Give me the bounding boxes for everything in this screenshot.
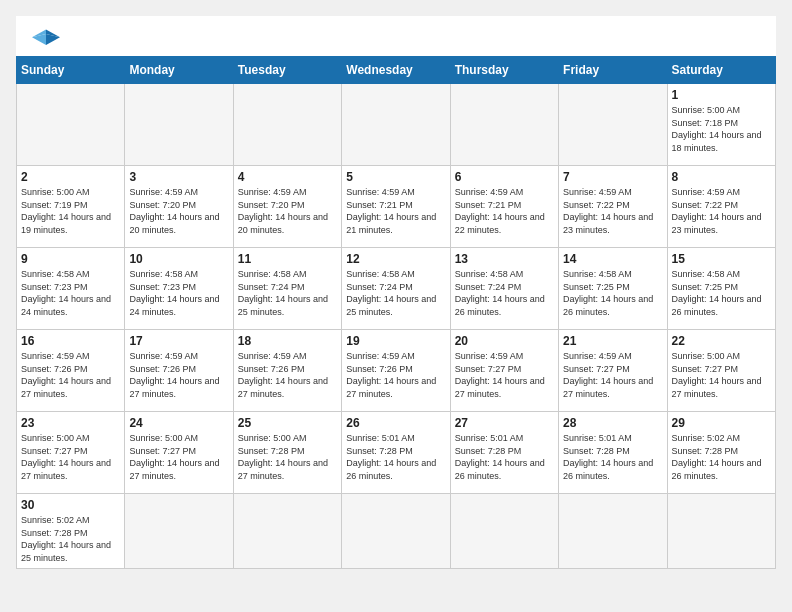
daylight-text: Daylight: 14 hours and 18 minutes. (672, 130, 762, 153)
sunset-text: Sunset: 7:27 PM (455, 364, 522, 374)
daylight-text: Daylight: 14 hours and 19 minutes. (21, 212, 111, 235)
day-number: 7 (563, 170, 662, 184)
sunrise-text: Sunrise: 5:01 AM (563, 433, 632, 443)
day-number: 14 (563, 252, 662, 266)
daylight-text: Daylight: 14 hours and 26 minutes. (346, 458, 436, 481)
sunset-text: Sunset: 7:21 PM (346, 200, 413, 210)
day-info: Sunrise: 5:01 AMSunset: 7:28 PMDaylight:… (455, 432, 554, 482)
sunrise-text: Sunrise: 4:59 AM (238, 187, 307, 197)
daylight-text: Daylight: 14 hours and 27 minutes. (563, 376, 653, 399)
day-info: Sunrise: 4:58 AMSunset: 7:23 PMDaylight:… (21, 268, 120, 318)
day-info: Sunrise: 4:59 AMSunset: 7:21 PMDaylight:… (346, 186, 445, 236)
sunrise-text: Sunrise: 4:59 AM (238, 351, 307, 361)
weekday-header-wednesday: Wednesday (342, 57, 450, 84)
sunrise-text: Sunrise: 5:00 AM (129, 433, 198, 443)
calendar-cell: 27Sunrise: 5:01 AMSunset: 7:28 PMDayligh… (450, 412, 558, 494)
weekday-header-saturday: Saturday (667, 57, 775, 84)
calendar-cell: 29Sunrise: 5:02 AMSunset: 7:28 PMDayligh… (667, 412, 775, 494)
day-info: Sunrise: 4:59 AMSunset: 7:20 PMDaylight:… (238, 186, 337, 236)
day-number: 16 (21, 334, 120, 348)
calendar-cell: 24Sunrise: 5:00 AMSunset: 7:27 PMDayligh… (125, 412, 233, 494)
daylight-text: Daylight: 14 hours and 27 minutes. (238, 458, 328, 481)
day-number: 20 (455, 334, 554, 348)
sunset-text: Sunset: 7:20 PM (238, 200, 305, 210)
sunrise-text: Sunrise: 4:58 AM (129, 269, 198, 279)
day-number: 26 (346, 416, 445, 430)
daylight-text: Daylight: 14 hours and 27 minutes. (129, 376, 219, 399)
weekday-header-thursday: Thursday (450, 57, 558, 84)
daylight-text: Daylight: 14 hours and 25 minutes. (346, 294, 436, 317)
calendar-cell (450, 84, 558, 166)
calendar-cell (450, 494, 558, 569)
sunset-text: Sunset: 7:27 PM (672, 364, 739, 374)
daylight-text: Daylight: 14 hours and 27 minutes. (346, 376, 436, 399)
day-info: Sunrise: 4:58 AMSunset: 7:25 PMDaylight:… (672, 268, 771, 318)
day-info: Sunrise: 5:02 AMSunset: 7:28 PMDaylight:… (21, 514, 120, 564)
sunset-text: Sunset: 7:28 PM (455, 446, 522, 456)
sunset-text: Sunset: 7:28 PM (563, 446, 630, 456)
sunrise-text: Sunrise: 5:00 AM (21, 433, 90, 443)
day-number: 23 (21, 416, 120, 430)
calendar-cell (667, 494, 775, 569)
daylight-text: Daylight: 14 hours and 27 minutes. (238, 376, 328, 399)
day-info: Sunrise: 5:00 AMSunset: 7:19 PMDaylight:… (21, 186, 120, 236)
calendar-cell: 12Sunrise: 4:58 AMSunset: 7:24 PMDayligh… (342, 248, 450, 330)
calendar-cell: 8Sunrise: 4:59 AMSunset: 7:22 PMDaylight… (667, 166, 775, 248)
calendar-cell: 18Sunrise: 4:59 AMSunset: 7:26 PMDayligh… (233, 330, 341, 412)
daylight-text: Daylight: 14 hours and 20 minutes. (238, 212, 328, 235)
day-info: Sunrise: 4:58 AMSunset: 7:25 PMDaylight:… (563, 268, 662, 318)
weekday-header-row: SundayMondayTuesdayWednesdayThursdayFrid… (17, 57, 776, 84)
calendar-cell: 14Sunrise: 4:58 AMSunset: 7:25 PMDayligh… (559, 248, 667, 330)
sunrise-text: Sunrise: 4:58 AM (672, 269, 741, 279)
calendar-cell (342, 494, 450, 569)
sunset-text: Sunset: 7:28 PM (21, 528, 88, 538)
day-info: Sunrise: 5:00 AMSunset: 7:28 PMDaylight:… (238, 432, 337, 482)
calendar-cell: 16Sunrise: 4:59 AMSunset: 7:26 PMDayligh… (17, 330, 125, 412)
day-info: Sunrise: 5:01 AMSunset: 7:28 PMDaylight:… (346, 432, 445, 482)
calendar-cell (559, 84, 667, 166)
daylight-text: Daylight: 14 hours and 27 minutes. (129, 458, 219, 481)
day-number: 4 (238, 170, 337, 184)
sunrise-text: Sunrise: 4:59 AM (129, 187, 198, 197)
sunrise-text: Sunrise: 5:02 AM (21, 515, 90, 525)
sunrise-text: Sunrise: 4:59 AM (346, 351, 415, 361)
daylight-text: Daylight: 14 hours and 26 minutes. (563, 294, 653, 317)
sunset-text: Sunset: 7:24 PM (455, 282, 522, 292)
sunrise-text: Sunrise: 4:58 AM (346, 269, 415, 279)
calendar-cell: 23Sunrise: 5:00 AMSunset: 7:27 PMDayligh… (17, 412, 125, 494)
day-info: Sunrise: 5:02 AMSunset: 7:28 PMDaylight:… (672, 432, 771, 482)
sunrise-text: Sunrise: 4:59 AM (455, 187, 524, 197)
daylight-text: Daylight: 14 hours and 25 minutes. (21, 540, 111, 563)
daylight-text: Daylight: 14 hours and 20 minutes. (129, 212, 219, 235)
day-number: 9 (21, 252, 120, 266)
calendar-week-row: 2Sunrise: 5:00 AMSunset: 7:19 PMDaylight… (17, 166, 776, 248)
sunrise-text: Sunrise: 4:59 AM (21, 351, 90, 361)
calendar-header (16, 16, 776, 56)
day-number: 2 (21, 170, 120, 184)
sunset-text: Sunset: 7:27 PM (563, 364, 630, 374)
day-number: 17 (129, 334, 228, 348)
day-number: 13 (455, 252, 554, 266)
daylight-text: Daylight: 14 hours and 21 minutes. (346, 212, 436, 235)
day-info: Sunrise: 4:59 AMSunset: 7:26 PMDaylight:… (21, 350, 120, 400)
sunrise-text: Sunrise: 4:59 AM (455, 351, 524, 361)
calendar-cell: 2Sunrise: 5:00 AMSunset: 7:19 PMDaylight… (17, 166, 125, 248)
day-number: 3 (129, 170, 228, 184)
calendar-cell: 15Sunrise: 4:58 AMSunset: 7:25 PMDayligh… (667, 248, 775, 330)
sunset-text: Sunset: 7:23 PM (21, 282, 88, 292)
day-number: 5 (346, 170, 445, 184)
day-number: 10 (129, 252, 228, 266)
sunset-text: Sunset: 7:22 PM (672, 200, 739, 210)
calendar-week-row: 23Sunrise: 5:00 AMSunset: 7:27 PMDayligh… (17, 412, 776, 494)
calendar-week-row: 9Sunrise: 4:58 AMSunset: 7:23 PMDaylight… (17, 248, 776, 330)
weekday-header-monday: Monday (125, 57, 233, 84)
day-info: Sunrise: 5:01 AMSunset: 7:28 PMDaylight:… (563, 432, 662, 482)
daylight-text: Daylight: 14 hours and 26 minutes. (672, 458, 762, 481)
day-info: Sunrise: 4:59 AMSunset: 7:26 PMDaylight:… (238, 350, 337, 400)
day-info: Sunrise: 5:00 AMSunset: 7:27 PMDaylight:… (21, 432, 120, 482)
daylight-text: Daylight: 14 hours and 27 minutes. (455, 376, 545, 399)
sunset-text: Sunset: 7:28 PM (238, 446, 305, 456)
calendar-cell: 7Sunrise: 4:59 AMSunset: 7:22 PMDaylight… (559, 166, 667, 248)
sunrise-text: Sunrise: 5:02 AM (672, 433, 741, 443)
calendar-cell: 5Sunrise: 4:59 AMSunset: 7:21 PMDaylight… (342, 166, 450, 248)
